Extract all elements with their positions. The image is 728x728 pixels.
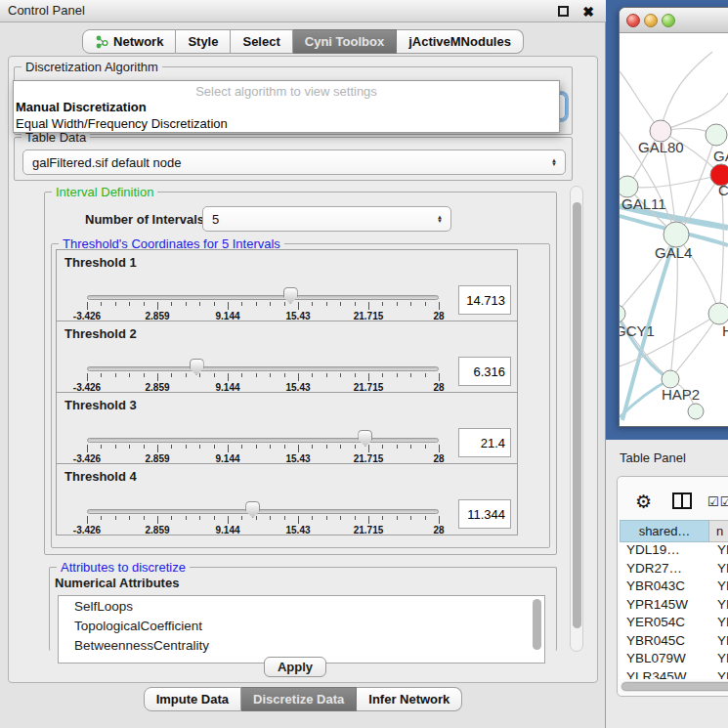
cell-name[interactable]: YDL1 (709, 542, 728, 561)
cell-shared-name[interactable]: YBR043C (620, 578, 709, 597)
tab-select[interactable]: Select (231, 29, 292, 54)
attribute-list-item[interactable]: SelfLoops (59, 596, 544, 616)
threshold-slider[interactable]: -3.4262.8599.14415.4321.71528 (87, 393, 439, 465)
slider-track[interactable] (87, 509, 439, 514)
network-node[interactable] (706, 124, 727, 146)
tab-discretize-data[interactable]: Discretize Data (241, 687, 357, 711)
attribute-list-item[interactable]: TopologicalCoefficient (59, 616, 544, 635)
cell-name[interactable]: YBR0 (709, 578, 728, 597)
minimize-traffic-light-icon[interactable] (644, 14, 658, 27)
threshold-slider[interactable]: -3.4262.8599.14415.4321.71528 (87, 250, 439, 322)
gear-icon[interactable]: ⚙ (635, 491, 652, 513)
network-node-label: GAL11 (621, 195, 666, 212)
cell-shared-name[interactable]: YBL079W (620, 651, 709, 669)
close-traffic-light-icon[interactable] (626, 14, 640, 27)
table-row[interactable]: YBL079WYBL0 (620, 651, 728, 669)
number-of-intervals-combobox[interactable]: 5 ▲▼ (202, 206, 451, 232)
popup-item-equal-width-frequency[interactable]: Equal Width/Frequency Discretization (16, 116, 228, 131)
threshold-value-field[interactable] (458, 499, 511, 529)
cell-name[interactable]: YLR3 (709, 669, 728, 680)
network-node[interactable] (620, 176, 638, 197)
column-header-shared-name[interactable]: shared… (620, 520, 709, 542)
network-view-window: GAL80GACGAL11GAL4GCY1HHAP2 (619, 7, 728, 427)
network-node-label: GAL80 (638, 139, 684, 155)
numerical-attributes-list[interactable]: SelfLoopsTopologicalCoefficientBetweenne… (58, 595, 545, 664)
scrollbar-thumb[interactable] (621, 682, 728, 691)
close-icon[interactable]: ✖ (582, 1, 594, 22)
slider-track[interactable] (87, 295, 439, 300)
popup-item-manual-discretization[interactable]: Manual Discretization (16, 100, 147, 114)
table-row[interactable]: YBR045CYBR0 (620, 633, 728, 652)
tab-cyni-toolbox[interactable]: Cyni Toolbox (293, 29, 397, 54)
network-node-label: H (722, 322, 728, 339)
network-node-label: GA (713, 148, 728, 164)
split-pane-icon[interactable] (672, 492, 692, 509)
table-row[interactable]: YPR145WYPR1 (620, 597, 728, 616)
popup-prompt-item[interactable]: Select algorithm to view settings (14, 84, 559, 99)
tab-jactivemnodules-label: jActiveMNodules (408, 34, 511, 49)
threshold-panel: Threshold 3 -3.4262.8599.14415.4321.7152… (56, 392, 518, 464)
panel-vertical-scrollbar[interactable] (570, 186, 583, 652)
cell-shared-name[interactable]: YLR345W (620, 669, 709, 680)
slider-ticks (87, 445, 439, 452)
cell-shared-name[interactable]: YER054C (620, 615, 709, 633)
cell-shared-name[interactable]: YDR27… (620, 561, 709, 579)
right-column: GAL80GACGAL11GAL4GCY1HHAP2 Table Panel ⚙… (606, 0, 728, 728)
table-row[interactable]: YER054CYER0 (620, 615, 728, 633)
network-canvas[interactable]: GAL80GACGAL11GAL4GCY1HHAP2 (620, 34, 728, 428)
network-node[interactable] (688, 404, 704, 419)
threshold-value-field[interactable] (458, 428, 511, 457)
apply-button[interactable]: Apply (264, 657, 326, 677)
table-row[interactable]: YLR345WYLR3 (620, 669, 728, 680)
control-panel-window: Control Panel ✖ Network Style Select (0, 0, 606, 728)
slider-track[interactable] (87, 366, 439, 371)
tab-impute-data-label: Impute Data (156, 692, 229, 707)
table-row[interactable]: YDR27…YDR2 (620, 561, 728, 579)
tab-impute-data[interactable]: Impute Data (144, 687, 241, 711)
tab-network[interactable]: Network (82, 29, 176, 54)
table-data-group: Table Data galFiltered.sif default node … (14, 137, 573, 181)
cell-name[interactable]: YER0 (709, 615, 728, 633)
table-panel-title: Table Panel (620, 450, 686, 465)
threshold-value-field[interactable] (458, 285, 511, 315)
axis-tick-label: 15.43 (285, 525, 310, 535)
scrollbar-thumb[interactable] (573, 202, 581, 628)
attributes-legend: Attributes to discretize (57, 560, 190, 575)
tab-style[interactable]: Style (176, 29, 231, 54)
cell-name[interactable]: YBR0 (709, 633, 728, 652)
threshold-value-field[interactable] (458, 357, 511, 386)
discretization-algorithm-legend: Discretization Algorithm (21, 60, 162, 74)
network-node-label: GAL4 (655, 244, 692, 261)
cell-name[interactable]: YBL0 (709, 651, 728, 669)
cell-name[interactable]: YPR1 (709, 597, 728, 616)
threshold-panel: Threshold 1 -3.4262.8599.14415.4321.7152… (56, 249, 518, 321)
table-row[interactable]: YBR043CYBR0 (620, 578, 728, 597)
tab-infer-network-label: Infer Network (368, 692, 450, 707)
float-window-icon[interactable] (558, 6, 569, 17)
table-data-combobox[interactable]: galFiltered.sif default node ▲▼ (22, 150, 566, 175)
threshold-slider[interactable]: -3.4262.8599.14415.4321.71528 (87, 321, 439, 394)
tab-select-label: Select (242, 34, 279, 49)
network-node[interactable] (620, 305, 625, 322)
cell-shared-name[interactable]: YDL19… (620, 542, 709, 561)
zoom-traffic-light-icon[interactable] (662, 14, 675, 27)
tab-jactivemnodules[interactable]: jActiveMNodules (397, 29, 524, 54)
cell-shared-name[interactable]: YPR145W (620, 597, 709, 616)
cell-name[interactable]: YDR2 (709, 561, 728, 579)
slider-track[interactable] (87, 438, 439, 443)
attribute-list-item[interactable]: BetweennessCentrality (59, 635, 544, 655)
column-header-name[interactable]: n (709, 520, 728, 542)
tab-style-label: Style (188, 34, 218, 49)
top-tab-bar: Network Style Select Cyni Toolbox jActiv… (0, 29, 606, 54)
network-node[interactable] (708, 303, 728, 324)
table-horizontal-scrollbar[interactable] (621, 681, 728, 692)
table-row[interactable]: YDL19…YDL1 (620, 542, 728, 561)
tab-infer-network[interactable]: Infer Network (357, 687, 462, 711)
slider-ticks (87, 302, 439, 310)
list-scrollbar[interactable] (533, 599, 541, 650)
combo-arrows-icon: ▲▼ (551, 158, 557, 167)
threshold-slider[interactable]: -3.4262.8599.14415.4321.71528 (87, 464, 439, 536)
cell-shared-name[interactable]: YBR045C (620, 633, 709, 652)
checkbox-icons[interactable]: ☑☑ (707, 494, 728, 509)
algorithm-popup: Select algorithm to view settings Manual… (13, 80, 560, 133)
